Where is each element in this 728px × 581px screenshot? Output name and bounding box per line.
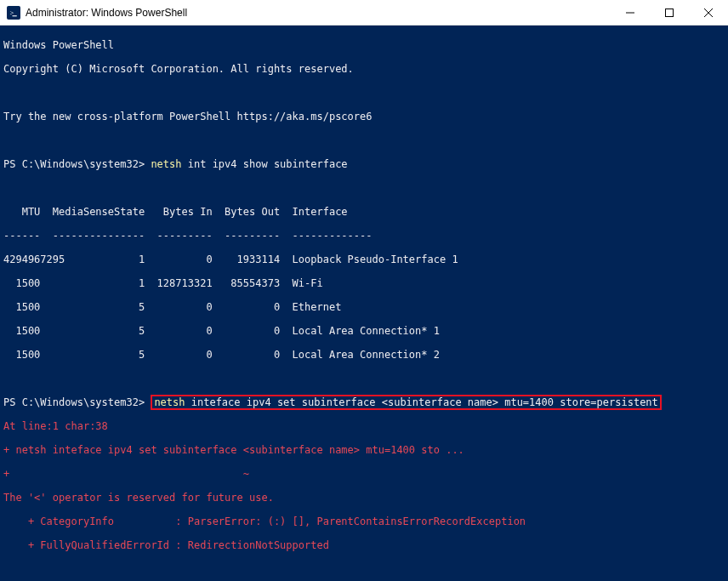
terminal-line (3, 373, 725, 384)
error-line: The '<' operator is reserved for future … (3, 492, 725, 504)
maximize-button[interactable] (650, 0, 689, 25)
prompt: PS C:\Windows\system32> (3, 396, 151, 408)
error-line: At line:1 char:38 (3, 420, 725, 432)
prompt: PS C:\Windows\system32> (3, 158, 151, 170)
table-header: MTU MediaSenseState Bytes In Bytes Out I… (3, 206, 725, 218)
command-keyword: netsh (151, 158, 181, 170)
window-title: Administrator: Windows PowerShell (26, 7, 611, 19)
svg-rect-3 (666, 9, 674, 16)
command-args: int ipv4 show subinterface (182, 158, 348, 170)
terminal-line (3, 182, 725, 194)
title-bar: > Administrator: Windows PowerShell (0, 0, 728, 26)
table-row: 1500 5 0 0 Local Area Connection* 2 (3, 349, 725, 361)
terminal-line: Try the new cross-platform PowerShell ht… (3, 111, 725, 122)
terminal-line: PS C:\Windows\system32> netsh inteface i… (3, 396, 725, 408)
error-line: + netsh inteface ipv4 set subinterface <… (3, 444, 725, 456)
error-line: + CategoryInfo : ParserError: (:) [], Pa… (3, 515, 725, 527)
error-line: + FullyQualifiedErrorId : RedirectionNot… (3, 539, 725, 551)
highlighted-command: netsh inteface ipv4 set subinterface <su… (151, 395, 661, 410)
table-sep: ------ --------------- --------- -------… (3, 230, 725, 242)
table-row: 4294967295 1 0 1933114 Loopback Pseudo-I… (3, 253, 725, 265)
minimize-button[interactable] (611, 0, 650, 25)
table-row: 1500 1 128713321 85554373 Wi-Fi (3, 277, 725, 289)
command-keyword: netsh (154, 396, 185, 408)
table-row: 1500 5 0 0 Local Area Connection* 1 (3, 325, 725, 337)
command-args: inteface ipv4 set subinterface <subinter… (185, 396, 658, 408)
error-line: + ~ (3, 468, 725, 480)
table-row: 1500 5 0 0 Ethernet (3, 301, 725, 313)
terminal-line: PS C:\Windows\system32> netsh int ipv4 s… (3, 158, 725, 170)
terminal-line (3, 87, 725, 99)
powershell-icon: > (7, 6, 20, 20)
window-controls (611, 0, 728, 25)
terminal-area[interactable]: Windows PowerShell Copyright (C) Microso… (0, 26, 728, 581)
terminal-line (3, 563, 725, 575)
terminal-line: Copyright (C) Microsoft Corporation. All… (3, 63, 725, 75)
close-button[interactable] (689, 0, 728, 25)
terminal-line (3, 134, 725, 146)
terminal-line: Windows PowerShell (3, 39, 725, 51)
